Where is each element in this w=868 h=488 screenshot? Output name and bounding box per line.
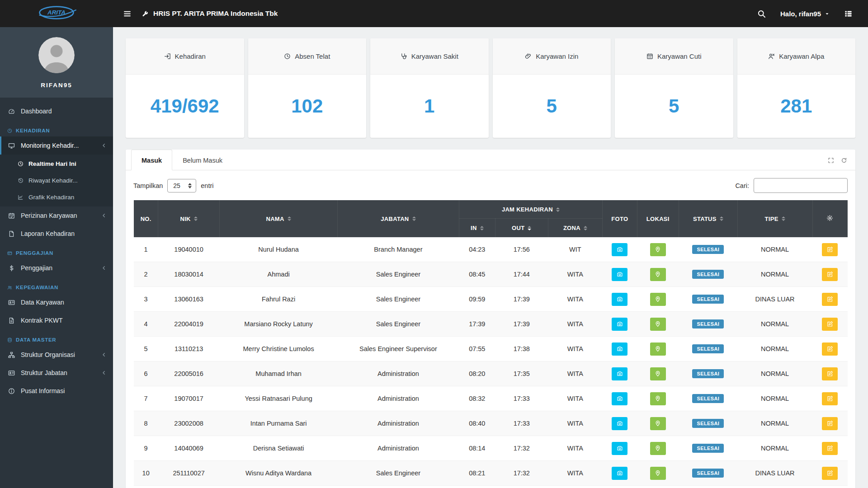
- lokasi-button[interactable]: [650, 392, 666, 405]
- col-zona[interactable]: ZONA: [548, 219, 603, 237]
- col-tipe[interactable]: TIPE: [737, 200, 812, 237]
- col-jam-kehadiran[interactable]: JAM KEHADIRAN: [459, 200, 603, 219]
- lokasi-button[interactable]: [650, 243, 666, 256]
- cell-tipe: DINAS LUAR: [737, 287, 812, 312]
- edit-button[interactable]: [822, 293, 838, 306]
- cell-nama: Yessi Ratnasari Pulung: [219, 386, 337, 411]
- edit-button[interactable]: [822, 367, 838, 380]
- tab-masuk[interactable]: Masuk: [131, 150, 172, 170]
- cell-foto: [603, 312, 637, 337]
- cell-status: SELESAI: [679, 461, 738, 486]
- lokasi-button[interactable]: [650, 343, 666, 356]
- foto-button[interactable]: [612, 442, 627, 455]
- cell-jabatan: Sales Engineer: [338, 262, 459, 287]
- sidebar-item-pusat-informasi[interactable]: Pusat Informasi: [0, 382, 113, 400]
- sidebar-item-kontrak-pkwt[interactable]: Kontrak PKWT: [0, 311, 113, 329]
- cell-zona: WITA: [548, 411, 603, 436]
- foto-button[interactable]: [612, 293, 627, 306]
- edit-button[interactable]: [822, 392, 838, 405]
- tab-belum-masuk[interactable]: Belum Masuk: [172, 150, 233, 170]
- edit-button[interactable]: [822, 343, 838, 356]
- edit-button[interactable]: [822, 417, 838, 430]
- sidebar-item-grafik-kehadiran[interactable]: Grafik Kehadiran: [0, 189, 113, 206]
- control-sidebar-icon[interactable]: [839, 5, 858, 23]
- stat-label: Karyawan Cuti: [657, 52, 702, 60]
- cell-nama: Marsiano Rocky Latuny: [219, 312, 337, 337]
- sidebar-item-struktur-organisasi[interactable]: Struktur Organisasi: [0, 346, 113, 364]
- cell-tipe: NORMAL: [737, 237, 812, 262]
- col-status[interactable]: STATUS: [679, 200, 738, 237]
- col-in[interactable]: IN: [459, 219, 495, 237]
- sidebar-section-kepegawaian: KEPEGAWAIAN: [0, 277, 113, 293]
- refresh-icon[interactable]: [841, 157, 847, 164]
- brand[interactable]: ARITA: [0, 0, 113, 27]
- cell-jabatan: Sales Engineer: [338, 461, 459, 486]
- cell-nama: Intan Purnama Sari: [219, 411, 337, 436]
- cell-jabatan: Branch Manager: [338, 237, 459, 262]
- cell-lokasi: [637, 337, 679, 361]
- camera-icon: [617, 445, 623, 451]
- edit-button[interactable]: [822, 442, 838, 455]
- user-menu[interactable]: Halo, rifan95: [778, 10, 832, 18]
- col-nik[interactable]: NIK: [158, 200, 220, 237]
- foto-button[interactable]: [612, 392, 627, 405]
- entries-select[interactable]: 25: [167, 179, 196, 192]
- foto-button[interactable]: [612, 318, 627, 331]
- search-input[interactable]: [754, 178, 848, 193]
- edit-button[interactable]: [822, 318, 838, 331]
- expand-icon[interactable]: [828, 157, 834, 164]
- lokasi-button[interactable]: [650, 318, 666, 331]
- foto-button[interactable]: [612, 268, 627, 281]
- lokasi-button[interactable]: [650, 442, 666, 455]
- cell-nama: Merry Christine Lumolos: [219, 337, 337, 361]
- sort-icon: [584, 226, 587, 230]
- sidebar-item-monitoring-kehadir[interactable]: Monitoring Kehadir...: [0, 136, 113, 155]
- cell-zona: WITA: [548, 461, 603, 486]
- sidebar-item-struktur-jabatan[interactable]: Struktur Jabatan: [0, 364, 113, 382]
- lokasi-button[interactable]: [650, 293, 666, 306]
- stat-card-karyawan-alpa: Karyawan Alpa 281: [737, 38, 856, 138]
- edit-button[interactable]: [822, 243, 838, 256]
- cell-tipe: NORMAL: [737, 312, 812, 337]
- attendance-panel: Masuk Belum Masuk Tampilkan 25 entri Car…: [126, 150, 855, 488]
- wrench-icon: [142, 10, 148, 17]
- cell-actions: [812, 312, 848, 337]
- sidebar-item-riwayat-kehadir[interactable]: Riwayat Kehadir...: [0, 172, 113, 189]
- col-nama[interactable]: NAMA: [219, 200, 337, 237]
- sidebar-item-laporan-kehadiran[interactable]: Laporan Kehadiran: [0, 225, 113, 243]
- sidebar-item-penggajian[interactable]: Penggajian: [0, 259, 113, 277]
- col-jabatan[interactable]: JABATAN: [338, 200, 459, 237]
- cell-lokasi: [637, 287, 679, 312]
- sidebar-item-realtime-hari-ini[interactable]: Realtime Hari Ini: [0, 155, 113, 172]
- sidebar-item-dashboard[interactable]: Dashboard: [0, 102, 113, 120]
- cell-jabatan: Administration: [338, 361, 459, 386]
- edit-button[interactable]: [822, 268, 838, 281]
- lokasi-button[interactable]: [650, 467, 666, 480]
- table-controls: Tampilkan 25 entri Cari:: [126, 170, 855, 200]
- stat-card-karyawan-sakit: Karyawan Sakit 1: [370, 38, 489, 138]
- sitemap-icon: [7, 352, 16, 358]
- edit-button[interactable]: [822, 467, 838, 480]
- foto-button[interactable]: [612, 343, 627, 356]
- cell-out: 17:33: [495, 386, 548, 411]
- lokasi-button[interactable]: [650, 367, 666, 380]
- col-out[interactable]: OUT: [495, 219, 548, 237]
- hamburger-menu-icon[interactable]: [118, 5, 137, 23]
- cell-tipe: NORMAL: [737, 436, 812, 461]
- foto-button[interactable]: [612, 243, 627, 256]
- cell-status: SELESAI: [679, 312, 738, 337]
- foto-button[interactable]: [612, 417, 627, 430]
- cell-jabatan: Sales Engineer: [338, 312, 459, 337]
- table-row: 3 13060163 Fahrul Razi Sales Engineer 09…: [134, 287, 848, 312]
- foto-button[interactable]: [612, 367, 627, 380]
- sidebar-item-data-karyawan[interactable]: Data Karyawan: [0, 293, 113, 311]
- sidebar-item-perizinan-karyawan[interactable]: Perizinan Karyawan: [0, 206, 113, 225]
- lokasi-button[interactable]: [650, 417, 666, 430]
- search-icon[interactable]: [752, 5, 771, 23]
- cell-out: 17:56: [495, 237, 548, 262]
- cell-in: 07:55: [459, 337, 495, 361]
- foto-button[interactable]: [612, 467, 627, 480]
- cell-out: 17:35: [495, 361, 548, 386]
- col-actions[interactable]: [812, 200, 848, 237]
- lokasi-button[interactable]: [650, 268, 666, 281]
